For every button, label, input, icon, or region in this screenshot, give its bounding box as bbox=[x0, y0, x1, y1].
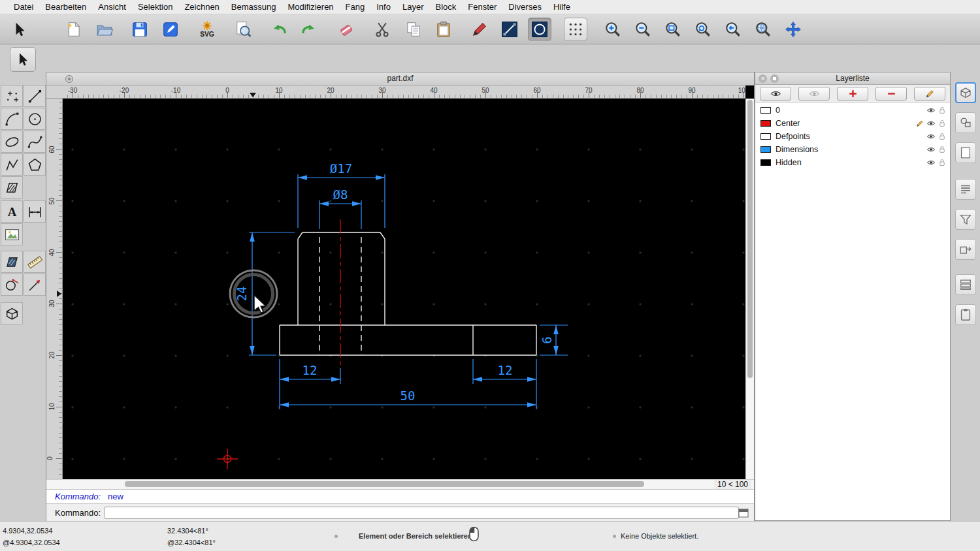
zoom-previous-button[interactable] bbox=[721, 18, 745, 41]
horizontal-ruler: -30-20-100102030405060708090100 bbox=[63, 86, 745, 99]
zoom-redraw-button[interactable] bbox=[691, 18, 715, 41]
pen-color-button[interactable] bbox=[468, 18, 491, 41]
layer-row-2[interactable]: Defpoints bbox=[755, 130, 950, 143]
shape-tools-button[interactable] bbox=[1, 274, 23, 296]
vertical-scrollbar[interactable] bbox=[745, 99, 754, 479]
line-tools-button[interactable] bbox=[24, 85, 46, 107]
line-attributes-button[interactable] bbox=[498, 18, 521, 41]
dimensions[interactable]: Ø17 Ø8 24 6 bbox=[235, 161, 568, 409]
pan-button[interactable] bbox=[781, 18, 805, 41]
hide-all-layers-button[interactable] bbox=[798, 87, 830, 101]
edit-layer-button[interactable] bbox=[914, 87, 945, 101]
fill-tool-button[interactable] bbox=[1, 251, 23, 273]
horizontal-scrollbar[interactable]: 10 < 100 bbox=[46, 479, 754, 489]
hatch-tool-button[interactable] bbox=[1, 176, 23, 198]
save-as-button[interactable] bbox=[159, 18, 182, 41]
toggle-block-list-button[interactable] bbox=[955, 112, 976, 133]
zoom-in-button[interactable] bbox=[601, 18, 625, 41]
info-tools-button[interactable] bbox=[24, 274, 46, 296]
eye-icon[interactable] bbox=[926, 158, 936, 167]
open-document-button[interactable] bbox=[93, 18, 116, 41]
toggle-selection-filter-button[interactable] bbox=[955, 209, 976, 230]
polyline-tools-button[interactable] bbox=[1, 153, 23, 176]
add-layer-button[interactable] bbox=[837, 87, 868, 101]
hruler-label: 0 bbox=[225, 87, 229, 94]
horizontal-scrollbar-thumb[interactable] bbox=[125, 481, 644, 487]
undo-button[interactable] bbox=[267, 18, 291, 41]
lock-icon[interactable] bbox=[938, 132, 947, 141]
command-input[interactable] bbox=[104, 507, 739, 519]
menu-item-4[interactable]: Zeichnen bbox=[178, 2, 225, 12]
lock-icon[interactable] bbox=[938, 145, 947, 154]
ellipse-tools-button[interactable] bbox=[1, 131, 23, 153]
spline-tools-button[interactable] bbox=[24, 131, 46, 153]
menu-item-10[interactable]: Block bbox=[429, 2, 462, 12]
lock-icon[interactable] bbox=[938, 119, 947, 128]
toggle-property-editor-button[interactable] bbox=[955, 82, 976, 103]
cut-button[interactable] bbox=[370, 18, 394, 41]
delete-button[interactable] bbox=[335, 18, 358, 41]
toggle-library-browser-button[interactable] bbox=[955, 239, 976, 260]
selection-tool-button[interactable] bbox=[10, 47, 36, 72]
menu-item-2[interactable]: Ansicht bbox=[92, 2, 132, 12]
text-tool-button[interactable]: A bbox=[1, 200, 23, 223]
menu-item-8[interactable]: Info bbox=[370, 2, 397, 12]
eye-icon[interactable] bbox=[926, 132, 936, 141]
menu-item-9[interactable]: Layer bbox=[397, 2, 430, 12]
toggle-view-list-button[interactable] bbox=[955, 179, 976, 200]
redo-button[interactable] bbox=[297, 18, 321, 41]
layer-row-1[interactable]: Center bbox=[755, 117, 950, 130]
command-options-icon[interactable] bbox=[738, 508, 749, 518]
menu-item-7[interactable]: Fang bbox=[340, 2, 371, 12]
measure-tools-button[interactable] bbox=[24, 251, 46, 273]
zoom-out-button[interactable] bbox=[631, 18, 655, 41]
menu-item-6[interactable]: Modifizieren bbox=[282, 2, 340, 12]
polygon-tools-button[interactable] bbox=[24, 153, 46, 176]
hruler-label: 70 bbox=[585, 87, 592, 94]
image-tool-button[interactable] bbox=[1, 223, 23, 245]
layer-panel-toolbar bbox=[755, 85, 950, 103]
toggle-clipboard-panel-button[interactable] bbox=[955, 304, 976, 325]
menu-item-13[interactable]: Hilfe bbox=[547, 2, 576, 12]
zoom-window-button[interactable] bbox=[751, 18, 775, 41]
new-document-button[interactable] bbox=[62, 18, 86, 41]
svg-export-button[interactable]: SVG bbox=[195, 18, 219, 41]
circle-attributes-button[interactable] bbox=[528, 18, 551, 41]
eye-icon[interactable] bbox=[926, 145, 936, 154]
show-all-layers-button[interactable] bbox=[760, 87, 791, 101]
magnifier-back-icon bbox=[725, 21, 742, 38]
menu-item-5[interactable]: Bemassung bbox=[225, 2, 282, 12]
document-titlebar[interactable]: part.dxf bbox=[46, 72, 754, 86]
layer-row-3[interactable]: Dimensions bbox=[755, 143, 950, 156]
toggle-sheet-list-button[interactable] bbox=[955, 142, 976, 163]
menu-item-1[interactable]: Bearbeiten bbox=[39, 2, 92, 12]
arc-tools-button[interactable] bbox=[1, 108, 23, 130]
pencil-icon[interactable] bbox=[915, 119, 924, 128]
eye-icon[interactable] bbox=[926, 119, 936, 128]
remove-layer-button[interactable] bbox=[875, 87, 907, 101]
dimension-tools-button[interactable] bbox=[24, 200, 46, 223]
lock-icon[interactable] bbox=[938, 158, 947, 167]
toggle-command-history-button[interactable] bbox=[955, 274, 976, 295]
menu-item-0[interactable]: Datei bbox=[8, 2, 39, 12]
menu-item-11[interactable]: Fenster bbox=[462, 2, 502, 12]
viewport-tools-button[interactable] bbox=[1, 302, 23, 324]
circle-tools-button[interactable] bbox=[24, 108, 46, 130]
zoom-auto-button[interactable] bbox=[661, 18, 685, 41]
layer-row-0[interactable]: 0 bbox=[755, 104, 950, 117]
copy-button[interactable] bbox=[402, 18, 425, 41]
vertical-scrollbar-thumb[interactable] bbox=[747, 100, 753, 378]
selection-pointer-button[interactable] bbox=[8, 18, 31, 41]
snap-tools-button[interactable] bbox=[1, 85, 23, 107]
layer-row-4[interactable]: Hidden bbox=[755, 156, 950, 169]
drawing-canvas[interactable]: Ø17 Ø8 24 6 bbox=[63, 99, 745, 479]
menu-item-3[interactable]: Selektion bbox=[132, 2, 178, 12]
part-geometry[interactable] bbox=[280, 232, 536, 355]
print-preview-button[interactable] bbox=[231, 18, 255, 41]
save-document-button[interactable] bbox=[128, 18, 152, 41]
paste-button[interactable] bbox=[432, 18, 455, 41]
menu-item-12[interactable]: Diverses bbox=[502, 2, 547, 12]
grid-toggle-button[interactable] bbox=[564, 18, 587, 41]
eye-icon[interactable] bbox=[926, 106, 936, 115]
lock-icon[interactable] bbox=[938, 106, 947, 115]
